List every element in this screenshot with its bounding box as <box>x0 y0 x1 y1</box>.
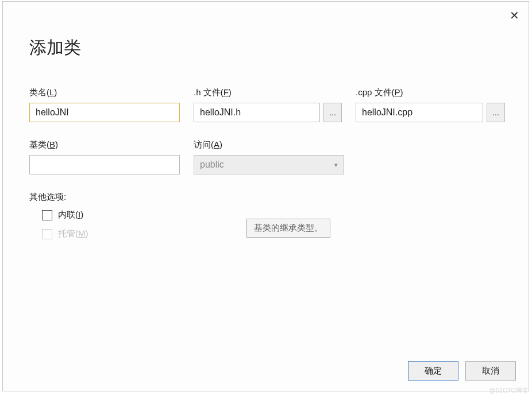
other-options-heading: 其他选项: <box>29 192 88 203</box>
close-icon[interactable]: ✕ <box>510 10 519 21</box>
base-class-label: 基类(B) <box>29 139 180 150</box>
label-hotkey: M <box>78 228 86 238</box>
label-text: ) <box>54 87 57 97</box>
row-1: 类名(L) .h 文件(F) ... .cpp 文件(P) <box>29 87 502 122</box>
label-text: 基类( <box>29 139 49 149</box>
field-cpp-file: .cpp 文件(P) ... <box>356 87 505 122</box>
label-hotkey: B <box>49 139 55 149</box>
label-text: ) <box>86 228 88 238</box>
label-text: 内联( <box>58 209 78 219</box>
class-name-label: 类名(L) <box>29 87 180 98</box>
inheritance-tooltip: 基类的继承类型。 <box>246 219 330 238</box>
checkbox-box-icon <box>42 229 52 239</box>
label-text: ) <box>219 139 222 149</box>
cpp-file-label: .cpp 文件(P) <box>356 87 505 98</box>
dialog-footer: 确定 取消 <box>408 361 516 381</box>
h-file-label: .h 文件(F) <box>194 87 342 98</box>
label-text: ) <box>400 87 403 97</box>
row-2: 基类(B) 访问(A) public ▾ <box>29 139 502 174</box>
cancel-button[interactable]: 取消 <box>465 361 516 381</box>
cpp-file-browse-button[interactable]: ... <box>487 103 505 122</box>
managed-checkbox: 托管(M) <box>42 228 88 239</box>
label-text: ) <box>55 139 58 149</box>
label-text: ) <box>80 209 83 219</box>
inline-checkbox[interactable]: 内联(I) <box>42 209 88 220</box>
label-hotkey: F <box>223 87 229 97</box>
field-class-name: 类名(L) <box>29 87 180 122</box>
chevron-down-icon: ▾ <box>334 161 338 169</box>
base-class-input[interactable] <box>29 155 180 174</box>
field-access: 访问(A) public ▾ <box>194 139 344 174</box>
dialog-title: 添加类 <box>3 2 529 60</box>
label-hotkey: A <box>214 139 219 149</box>
access-value: public <box>200 160 224 170</box>
managed-label: 托管(M) <box>58 228 88 239</box>
access-label: 访问(A) <box>194 139 344 150</box>
class-name-input[interactable] <box>29 103 180 122</box>
label-text: .h 文件( <box>194 87 223 97</box>
h-file-input[interactable] <box>194 103 320 122</box>
label-text: ) <box>229 87 232 97</box>
h-file-browse-button[interactable]: ... <box>323 103 342 122</box>
ok-button[interactable]: 确定 <box>408 361 458 381</box>
inline-label: 内联(I) <box>58 209 83 220</box>
label-text: 访问( <box>194 139 214 149</box>
label-hotkey: P <box>395 87 400 97</box>
label-text: .cpp 文件( <box>356 87 395 97</box>
field-base-class: 基类(B) <box>29 139 180 174</box>
field-h-file: .h 文件(F) ... <box>194 87 342 122</box>
label-text: 类名( <box>29 87 49 97</box>
add-class-dialog: ✕ 添加类 类名(L) .h 文件(F) ... .c <box>2 1 529 391</box>
cpp-file-input[interactable] <box>356 103 483 122</box>
access-select[interactable]: public ▾ <box>194 155 344 174</box>
checkbox-box-icon <box>42 210 52 220</box>
label-text: 托管( <box>58 228 78 238</box>
